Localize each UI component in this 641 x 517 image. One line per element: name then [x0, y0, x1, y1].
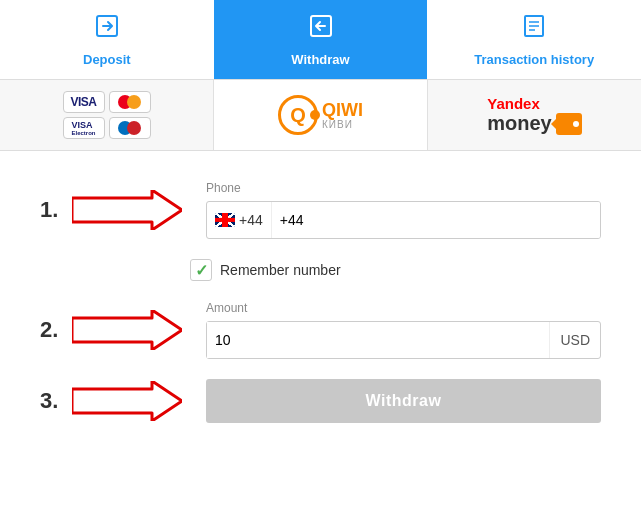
step1-arrow: 1.: [40, 190, 190, 230]
withdraw-button[interactable]: Withdraw: [206, 379, 601, 423]
remember-row: ✓ Remember number: [190, 259, 601, 281]
phone-label: Phone: [206, 181, 601, 195]
wallet-icon: [556, 113, 582, 135]
payment-methods-bar: VISA VISA Electron Q: [0, 80, 641, 151]
step3-arrow: 3.: [40, 381, 190, 421]
svg-marker-6: [72, 190, 182, 230]
step2-number: 2.: [40, 317, 64, 343]
step2-row: 2. Amount USD: [40, 301, 601, 359]
deposit-icon: [93, 12, 121, 46]
cards-grid: VISA VISA Electron: [63, 91, 151, 139]
step1-arrow-shape: [72, 190, 182, 230]
step3-row: 3. Withdraw: [40, 379, 601, 423]
flag-prefix: +44: [207, 202, 272, 238]
payment-method-yandex[interactable]: Yandex money: [428, 80, 641, 150]
history-icon: [520, 12, 548, 46]
tab-bar: Deposit Withdraw Transaction history: [0, 0, 641, 80]
payment-method-cards[interactable]: VISA VISA Electron: [0, 80, 214, 150]
phone-prefix: +44: [239, 212, 263, 228]
uk-flag: [215, 213, 235, 227]
step1-row: 1. Phone +44: [40, 181, 601, 239]
svg-marker-7: [72, 310, 182, 350]
svg-marker-8: [72, 381, 182, 421]
tab-deposit[interactable]: Deposit: [0, 0, 214, 79]
step1-number: 1.: [40, 197, 64, 223]
payment-method-qiwi[interactable]: Q QIWI КИВИ: [214, 80, 428, 150]
mastercard-badge: [109, 91, 151, 113]
qiwi-circle: Q: [278, 95, 318, 135]
form-area: 1. Phone +44 ✓ Remem: [0, 151, 641, 463]
yandex-logo: Yandex money: [487, 95, 581, 135]
tab-withdraw[interactable]: Withdraw: [214, 0, 428, 79]
tab-withdraw-label: Withdraw: [291, 52, 349, 67]
withdraw-btn-wrapper: Withdraw: [206, 379, 601, 423]
amount-field-group: Amount USD: [206, 301, 601, 359]
maestro-badge: [109, 117, 151, 139]
amount-input[interactable]: [207, 322, 549, 358]
visa-badge: VISA: [63, 91, 105, 113]
tab-history-label: Transaction history: [474, 52, 594, 67]
amount-input-wrapper: USD: [206, 321, 601, 359]
step3-number: 3.: [40, 388, 64, 414]
visa-electron-badge: VISA Electron: [63, 117, 105, 139]
remember-label: Remember number: [220, 262, 341, 278]
phone-input-wrapper: +44: [206, 201, 601, 239]
step2-arrow: 2.: [40, 310, 190, 350]
tab-history[interactable]: Transaction history: [427, 0, 641, 79]
qiwi-logo: Q QIWI КИВИ: [278, 95, 363, 135]
step3-arrow-shape: [72, 381, 182, 421]
step2-arrow-shape: [72, 310, 182, 350]
tab-deposit-label: Deposit: [83, 52, 131, 67]
currency-label: USD: [549, 322, 600, 358]
remember-checkbox[interactable]: ✓: [190, 259, 212, 281]
phone-input[interactable]: [272, 202, 600, 238]
checkmark-icon: ✓: [195, 261, 208, 280]
withdraw-icon: [307, 12, 335, 46]
amount-label: Amount: [206, 301, 601, 315]
phone-field-group: Phone +44: [206, 181, 601, 239]
